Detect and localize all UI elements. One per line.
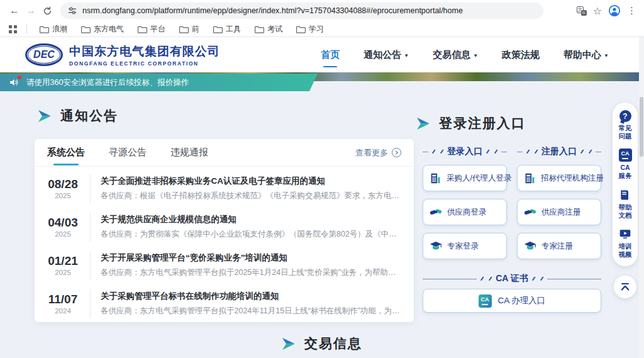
notice-row[interactable]: 04/03 2025 关于规范供应商企业规模信息的通知 各供应商：为贯彻落实《保… [42, 208, 401, 246]
entry-button-label: 专家注册 [541, 241, 573, 252]
bookmark-folder-xuexi[interactable]: 学习 [291, 23, 329, 36]
entry-button-label: 专家登录 [447, 241, 479, 252]
profile-avatar-icon[interactable] [608, 4, 621, 17]
rail-help-docs[interactable]: 帮助文档 [619, 189, 632, 220]
ca-badge-icon: CA [619, 148, 632, 162]
notice-date: 04/03 2025 [42, 216, 84, 238]
notice-title[interactable]: 关于采购管理平台标书在线制作功能培训的通知 [101, 291, 401, 302]
rail-faq[interactable]: ? 常见问题 [619, 110, 632, 140]
tab-system-notices[interactable]: 系统公告 [47, 140, 85, 165]
company-logo[interactable]: DEC 中国东方电气集团有限公司 DONGFANG ELECTRIC CORPO… [25, 43, 220, 67]
nav-notices[interactable]: 通知公告▼ [364, 45, 409, 65]
bookmark-folder-gongju[interactable]: 工具 [208, 23, 246, 36]
login-register-grid: 采购人/代理人登录 招标代理机构注册 供应商登录 供应商注册 专家登录 专家注册 [423, 165, 602, 259]
expert-register-button[interactable]: 专家注册 [517, 233, 601, 259]
folder-icon [296, 25, 306, 33]
nav-home[interactable]: 首页 [321, 45, 340, 65]
bookmark-folder-pingtai[interactable]: 平台 [133, 23, 170, 36]
notice-date-year: 2025 [42, 192, 84, 199]
rail-ca-service[interactable]: CA CA服务 [619, 148, 632, 180]
supplier-login-button[interactable]: 供应商登录 [423, 199, 507, 225]
notice-text: 关于开展采购管理平台“竞价采购业务”培训的通知 各供应商：东方电气采购管理平台拟… [101, 252, 401, 278]
bookmark-folder-kaoshi[interactable]: 考试 [250, 23, 287, 36]
nav-label: 交易信息 [433, 49, 470, 61]
page: ← → nsrm.dongfang.com/platform/runtime/e… [0, 0, 644, 358]
chevron-right-circle-icon [392, 148, 401, 157]
apps-grid-icon[interactable] [6, 23, 19, 35]
scrollbar-thumb[interactable] [640, 97, 643, 157]
nav-help-center[interactable]: 帮助中心▼ [564, 45, 609, 65]
chevron-down-icon: ▼ [473, 53, 478, 59]
expert-login-button[interactable]: 专家登录 [423, 233, 507, 259]
page-scrollbar[interactable] [639, 37, 644, 358]
notice-title[interactable]: 关于开展采购管理平台“竞价采购业务”培训的通知 [101, 252, 401, 264]
url-bar[interactable]: nsrm.dongfang.com/platform/runtime/epp/d… [60, 3, 543, 19]
bookmark-folder-qian[interactable]: 前 [174, 23, 204, 36]
rail-training-videos[interactable]: 培训视频 [619, 228, 632, 259]
decorative-line [423, 152, 428, 152]
handshake-icon [524, 206, 536, 218]
main-nav: 首页 通知公告▼ 交易信息▼ 政策法规 帮助中心▼ [321, 45, 620, 65]
view-more-link[interactable]: 查看更多 [355, 147, 401, 159]
notice-date: 11/07 2024 [42, 293, 84, 315]
notice-text: 关于采购管理平台标书在线制作功能培训的通知 各供应商：东方电气采购管理平台拟于2… [101, 291, 401, 316]
book-icon [619, 189, 631, 201]
url-text[interactable]: nsrm.dongfang.com/platform/runtime/epp/d… [82, 6, 463, 15]
notice-date: 01/21 2025 [42, 254, 84, 276]
supplier-register-button[interactable]: 供应商注册 [517, 199, 601, 225]
entry-button-label: 招标代理机构注册 [541, 173, 604, 184]
decorative-tick [489, 277, 492, 281]
folder-icon [213, 25, 223, 33]
site-settings-icon[interactable] [68, 6, 77, 15]
arrow-icon [416, 118, 430, 130]
decorative-tick [532, 277, 535, 281]
notice-row[interactable]: 01/21 2025 关于开展采购管理平台“竞价采购业务”培训的通知 各供应商：… [42, 246, 401, 284]
bookmark-folder-dongfang[interactable]: 东方电气 [76, 23, 129, 36]
notice-row[interactable]: 08/28 2025 关于全面推进非招标采购业务CA认证及电子签章应用的通知 各… [42, 169, 401, 208]
bookmark-star-icon[interactable]: ☆ [593, 5, 602, 17]
tab-violation-reports[interactable]: 违规通报 [170, 140, 208, 165]
bookmark-label: 东方电气 [94, 24, 124, 35]
arrow-icon [282, 338, 296, 350]
folder-icon [255, 25, 264, 33]
notice-row[interactable]: 11/07 2024 关于采购管理平台标书在线制作功能培训的通知 各供应商：东方… [42, 284, 401, 322]
bookmark-folder-langchao[interactable]: 浪潮 [35, 23, 72, 36]
notice-title[interactable]: 关于全面推进非招标采购业务CA认证及电子签章应用的通知 [101, 176, 401, 187]
browser-menu-icon[interactable]: ⋮ [627, 5, 636, 16]
collapse-to-top-button[interactable] [614, 276, 636, 298]
nav-trade-info[interactable]: 交易信息▼ [433, 45, 478, 65]
site-header: DEC 中国东方电气集团有限公司 DONGFANG ELECTRIC CORPO… [0, 37, 644, 72]
buyer-agent-login-button[interactable]: 采购人/代理人登录 [423, 165, 507, 191]
tab-sourcing-notices[interactable]: 寻源公告 [109, 140, 147, 165]
bookmarks-separator [26, 25, 27, 33]
rail-docs-label: 帮助文档 [619, 203, 632, 220]
notices-list: 08/28 2025 关于全面推进非招标采购业务CA认证及电子签章应用的通知 各… [35, 167, 414, 322]
notice-desc: 各供应商：为贯彻落实《保障中小企业款项支付条例》（国务院令第802号）及《中小企… [101, 229, 401, 240]
decorative-line [547, 279, 601, 279]
notice-title[interactable]: 关于规范供应商企业规模信息的通知 [101, 214, 401, 225]
alert-dot [18, 76, 21, 79]
notice-date-md: 04/03 [42, 216, 84, 230]
nav-policies[interactable]: 政策法规 [502, 45, 540, 65]
ca-group-text: CA 证书 [496, 273, 528, 284]
toolbar-right: 文 G ☆ ⋮ [577, 4, 638, 17]
reload-icon[interactable] [39, 3, 55, 19]
notice-date: 08/28 2025 [42, 177, 84, 199]
browser-toolbar: ← → nsrm.dongfang.com/platform/runtime/e… [0, 0, 644, 21]
login-section-heading: 登录注册入口 [416, 115, 526, 132]
notice-desc: 各供应商：根据《电子招标投标系统技术规范》《电子采购交易规范》要求，东方电气采购… [101, 191, 401, 201]
notice-date-md: 01/21 [42, 254, 84, 268]
ca-badge-underline [622, 158, 628, 159]
translate-icon[interactable]: 文 G [577, 6, 587, 16]
notice-text: 关于全面推进非招标采购业务CA认证及电子签章应用的通知 各供应商：根据《电子招标… [101, 176, 401, 201]
video-icon [619, 228, 631, 240]
back-icon[interactable]: ← [6, 3, 23, 19]
decorative-line [596, 152, 601, 152]
nav-label: 通知公告 [364, 49, 401, 61]
decorative-line [517, 152, 523, 152]
bidding-agency-register-button[interactable]: 招标代理机构注册 [517, 165, 601, 191]
ca-entry-button[interactable]: CA CA 办理入口 [423, 289, 601, 313]
folder-icon [138, 25, 147, 33]
notices-section-heading: 通知公告 [38, 107, 118, 125]
forward-icon[interactable]: → [23, 3, 39, 19]
